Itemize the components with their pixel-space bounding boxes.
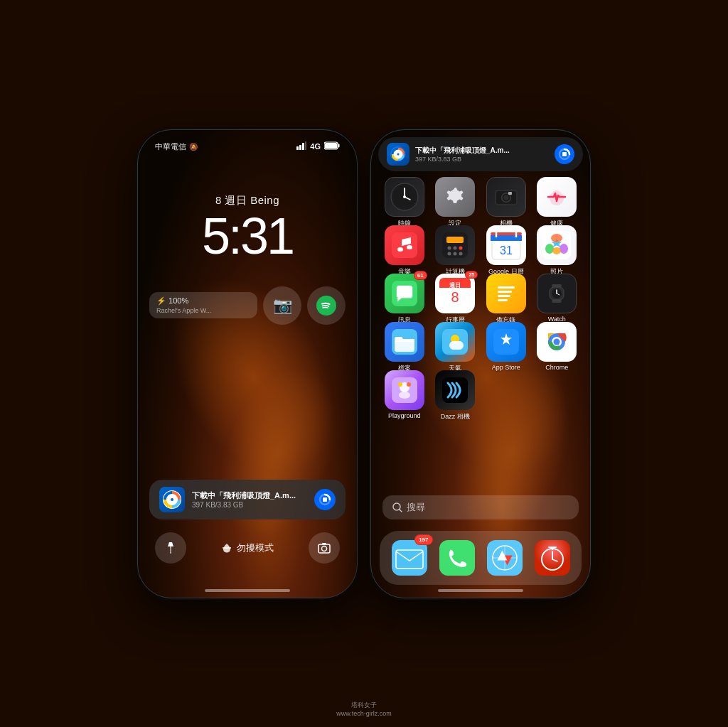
app-item-weather[interactable]: 天氣 bbox=[431, 322, 481, 373]
app-item-watch[interactable]: Watch bbox=[532, 274, 582, 325]
svg-point-15 bbox=[321, 546, 326, 551]
power-button[interactable] bbox=[357, 215, 358, 258]
signal-bars bbox=[296, 141, 306, 151]
gcalendar-icon: 31 bbox=[486, 225, 526, 265]
dock-item-safari[interactable] bbox=[485, 538, 525, 578]
svg-rect-12 bbox=[323, 497, 327, 502]
svg-text:31: 31 bbox=[500, 244, 513, 257]
svg-rect-1 bbox=[299, 145, 301, 150]
app-item-photos[interactable]: 照片 bbox=[532, 225, 582, 276]
svg-rect-6 bbox=[338, 144, 340, 148]
app-item-music[interactable]: 音樂 bbox=[380, 225, 429, 276]
dock-item-mail[interactable]: 197 bbox=[390, 538, 429, 578]
power-button[interactable] bbox=[590, 215, 591, 258]
svg-point-59 bbox=[552, 247, 561, 254]
app-item-files[interactable]: 檔案 bbox=[380, 322, 429, 373]
svg-point-19 bbox=[397, 153, 400, 155]
app-item-dazz[interactable]: Dazz 相機 bbox=[431, 370, 481, 421]
svg-rect-5 bbox=[325, 143, 337, 149]
svg-point-88 bbox=[398, 382, 402, 387]
carrier-info: 中華電信 🔕 bbox=[155, 141, 198, 152]
svg-rect-3 bbox=[305, 141, 306, 150]
app-item-calculator[interactable]: 計算機 bbox=[431, 225, 481, 276]
svg-rect-50 bbox=[491, 235, 522, 241]
svg-rect-34 bbox=[508, 192, 512, 195]
search-bar[interactable]: 搜尋 bbox=[382, 495, 579, 519]
app-item-appstore[interactable]: App Store bbox=[481, 322, 531, 373]
battery-sub: Rachel's Apple W... bbox=[156, 307, 250, 314]
app-item-playground[interactable]: Playground bbox=[380, 370, 429, 421]
notif-left: 下載中「飛利浦吸頂燈_A.m... 397 KB/3.83 GB bbox=[387, 143, 555, 166]
mail-badge: 197 bbox=[414, 534, 432, 545]
playground-icon bbox=[385, 370, 424, 410]
battery-percent: ⚡ 100% bbox=[156, 296, 250, 306]
calendar-badge: 25 bbox=[465, 271, 478, 279]
app-item-messages[interactable]: 61 訊息 bbox=[380, 274, 429, 325]
weather-icon bbox=[435, 322, 475, 362]
search-icon bbox=[392, 502, 402, 512]
app-item-health[interactable]: 健康 bbox=[532, 177, 582, 228]
battery-widget: ⚡ 100% Rachel's Apple W... bbox=[149, 292, 257, 318]
settings-icon bbox=[435, 177, 475, 217]
dock: 197 bbox=[380, 531, 582, 585]
watch-icon bbox=[537, 274, 577, 313]
app-item-clock[interactable]: 時鐘 bbox=[380, 177, 429, 228]
battery-icon bbox=[324, 141, 340, 151]
svg-point-89 bbox=[407, 382, 411, 387]
svg-rect-66 bbox=[498, 286, 515, 289]
music-icon bbox=[385, 225, 424, 265]
dynamic-island-notification[interactable]: 下載中「飛利浦吸頂燈_A.m... 397 KB/3.83 GB bbox=[378, 137, 583, 171]
svg-point-40 bbox=[448, 246, 451, 249]
svg-rect-96 bbox=[439, 540, 475, 576]
lock-time: 5:31 bbox=[138, 207, 357, 265]
dock-item-timer[interactable] bbox=[532, 538, 572, 578]
dnd-control[interactable]: 勿擾模式 bbox=[221, 542, 274, 554]
dazz-icon bbox=[435, 370, 475, 410]
svg-point-56 bbox=[551, 234, 562, 242]
lock-notif-app-icon bbox=[159, 487, 185, 512]
silent-icon: 🔕 bbox=[189, 143, 198, 151]
home-indicator bbox=[205, 589, 290, 592]
app-label-playground: Playground bbox=[388, 412, 421, 419]
app-item-camera[interactable]: 相機 bbox=[481, 177, 531, 228]
lock-bottom-controls: 勿擾模式 bbox=[138, 532, 357, 564]
notif-progress-button[interactable] bbox=[555, 144, 574, 164]
lock-notif-subtitle: 397 KB/3.83 GB bbox=[192, 501, 307, 509]
svg-point-57 bbox=[545, 244, 554, 254]
svg-point-90 bbox=[399, 392, 410, 399]
status-right: 4G bbox=[296, 141, 340, 152]
spotify-widget bbox=[307, 286, 346, 325]
svg-point-42 bbox=[459, 246, 463, 249]
lock-notif-title: 下載中「飛利浦吸頂燈_A.m... bbox=[192, 490, 307, 501]
reminders-icon bbox=[486, 274, 526, 313]
svg-point-85 bbox=[554, 338, 560, 345]
chrome-icon bbox=[537, 322, 577, 362]
home-indicator-home bbox=[438, 589, 523, 592]
notif-safari-icon bbox=[387, 143, 410, 166]
camera-control-button[interactable] bbox=[309, 532, 340, 564]
dock-timer-icon bbox=[532, 538, 572, 578]
dock-mail-icon: 197 bbox=[390, 538, 429, 578]
flashlight-button[interactable] bbox=[155, 532, 186, 564]
app-label-dazz: Dazz 相機 bbox=[441, 412, 470, 421]
search-label: 搜尋 bbox=[407, 501, 425, 514]
svg-point-45 bbox=[459, 252, 463, 255]
app-item-calendar[interactable]: 8週日 25 行事曆 bbox=[431, 274, 481, 325]
dock-item-phone[interactable] bbox=[437, 538, 477, 578]
messages-badge: 61 bbox=[414, 271, 427, 280]
files-icon bbox=[385, 322, 424, 362]
app-item-gcalendar[interactable]: 31 Google 日曆 bbox=[481, 225, 531, 276]
svg-rect-67 bbox=[498, 291, 512, 293]
camera-icon bbox=[486, 177, 526, 217]
svg-rect-39 bbox=[446, 237, 464, 243]
app-item-settings[interactable]: 設定 bbox=[431, 177, 481, 228]
lock-notification[interactable]: 下載中「飛利浦吸頂燈_A.m... 397 KB/3.83 GB bbox=[149, 480, 346, 519]
clock-icon bbox=[385, 177, 424, 217]
calculator-icon bbox=[435, 225, 475, 265]
svg-rect-68 bbox=[498, 295, 510, 297]
app-item-reminders[interactable]: 備忘錄 bbox=[481, 274, 531, 325]
health-icon bbox=[537, 177, 577, 217]
svg-point-32 bbox=[503, 195, 508, 200]
app-item-chrome[interactable]: Chrome bbox=[532, 322, 582, 373]
appstore-icon bbox=[486, 322, 526, 362]
